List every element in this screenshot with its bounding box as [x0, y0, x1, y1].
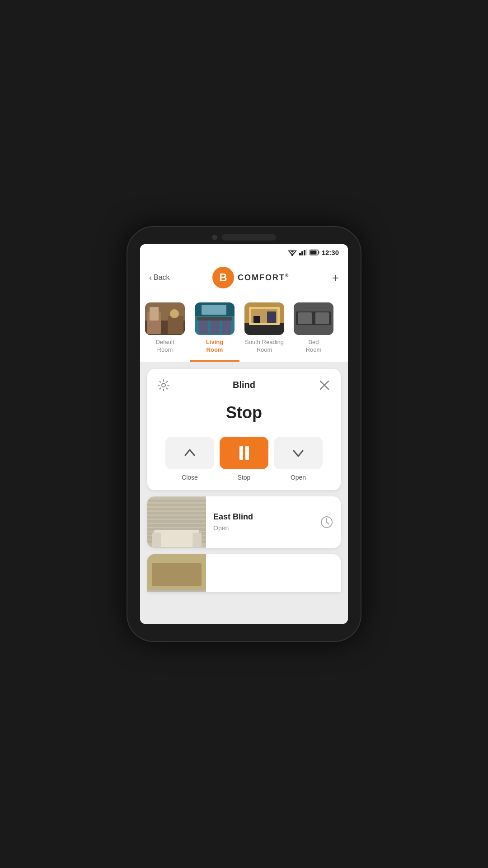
- svg-rect-21: [211, 321, 220, 334]
- brand-letter: B: [219, 271, 227, 284]
- svg-rect-4: [299, 253, 301, 255]
- svg-rect-22: [222, 321, 231, 334]
- bed-room-label: BedRoom: [306, 339, 322, 354]
- status-icons: 12:30: [288, 249, 339, 256]
- svg-rect-6: [304, 250, 305, 255]
- living-room-thumb: [195, 302, 235, 335]
- blind-status-text: Stop: [156, 403, 332, 422]
- signal-icon: [299, 249, 307, 255]
- svg-rect-46: [147, 524, 206, 527]
- add-button[interactable]: +: [332, 271, 339, 285]
- open-button-ctrl[interactable]: [274, 437, 323, 469]
- svg-rect-52: [152, 533, 161, 547]
- bed-room-thumb: [294, 302, 333, 335]
- svg-rect-41: [147, 504, 206, 506]
- room-tabs: DefaultRoom LivingRoom: [140, 295, 348, 362]
- svg-rect-19: [197, 317, 232, 321]
- brand-icon: B: [212, 267, 234, 288]
- default-room-label: DefaultRoom: [155, 339, 174, 354]
- blind-control-card: Blind Stop: [147, 369, 341, 490]
- svg-rect-34: [315, 312, 329, 324]
- brand-logo: B COMFORT®: [212, 267, 289, 288]
- svg-rect-14: [150, 307, 159, 321]
- back-label: Back: [154, 274, 170, 282]
- svg-rect-29: [267, 311, 276, 323]
- wifi-icon: [288, 249, 297, 256]
- south-room-label: South ReadingRoom: [245, 339, 284, 354]
- app-header: ‹ Back B COMFORT® +: [140, 260, 348, 295]
- speaker: [222, 234, 276, 241]
- settings-icon[interactable]: [156, 378, 171, 392]
- blind-card-title: Blind: [233, 380, 255, 390]
- east-blind-action[interactable]: [313, 496, 341, 548]
- tab-living-room[interactable]: LivingRoom: [190, 302, 239, 362]
- blind-controls: Close Stop: [156, 437, 332, 481]
- stop-label: Stop: [238, 474, 251, 481]
- east-blind-name: East Blind: [213, 512, 305, 522]
- svg-rect-42: [147, 508, 206, 510]
- battery-icon: [310, 250, 319, 255]
- clock-icon: [320, 515, 333, 529]
- svg-rect-10: [318, 251, 319, 254]
- close-label: Close: [182, 474, 198, 481]
- south-room-thumb: [244, 302, 284, 335]
- close-control: Close: [165, 437, 214, 481]
- open-label: Open: [291, 474, 306, 481]
- brand-name: COMFORT®: [238, 273, 289, 283]
- phone-shell: 12:30 ‹ Back B COMFORT® +: [127, 226, 361, 642]
- east-blind-item[interactable]: East Blind Open: [147, 496, 341, 548]
- stop-control: Stop: [220, 437, 268, 481]
- svg-rect-5: [301, 251, 303, 255]
- stop-button[interactable]: [220, 437, 268, 469]
- svg-rect-44: [147, 516, 206, 519]
- partial-thumb: [147, 554, 206, 592]
- svg-rect-28: [253, 316, 260, 323]
- main-content: Blind Stop: [140, 362, 348, 624]
- svg-rect-45: [147, 520, 206, 523]
- open-control: Open: [274, 437, 323, 481]
- close-button[interactable]: [317, 378, 332, 392]
- svg-rect-23: [202, 305, 226, 315]
- svg-rect-9: [310, 250, 316, 254]
- svg-rect-59: [152, 563, 202, 586]
- screen: 12:30 ‹ Back B COMFORT® +: [140, 244, 348, 624]
- svg-rect-20: [199, 321, 208, 334]
- close-button-ctrl[interactable]: [165, 437, 214, 469]
- east-blind-thumb: [147, 496, 206, 548]
- status-time: 12:30: [322, 249, 339, 256]
- pause-icon: [239, 446, 249, 460]
- svg-rect-43: [147, 512, 206, 514]
- svg-rect-15: [168, 316, 183, 334]
- living-room-label: LivingRoom: [206, 339, 223, 354]
- blind-card-header: Blind: [156, 378, 332, 392]
- tab-bed-room[interactable]: BedRoom: [289, 302, 338, 362]
- back-chevron-icon: ‹: [149, 273, 152, 283]
- svg-point-16: [170, 309, 179, 318]
- svg-line-56: [327, 522, 329, 524]
- svg-rect-40: [147, 500, 206, 502]
- svg-point-35: [162, 383, 165, 387]
- svg-rect-33: [298, 312, 312, 324]
- status-bar: 12:30: [140, 244, 348, 260]
- east-blind-info: East Blind Open: [206, 496, 313, 548]
- default-room-thumb: [145, 302, 185, 335]
- partial-device-item: [147, 554, 341, 592]
- back-button[interactable]: ‹ Back: [149, 273, 170, 283]
- svg-rect-7: [306, 249, 307, 255]
- svg-rect-53: [192, 533, 202, 547]
- east-blind-status: Open: [213, 524, 305, 532]
- tab-south-reading-room[interactable]: South ReadingRoom: [239, 302, 289, 362]
- camera: [212, 235, 217, 240]
- tab-default-room[interactable]: DefaultRoom: [140, 302, 190, 362]
